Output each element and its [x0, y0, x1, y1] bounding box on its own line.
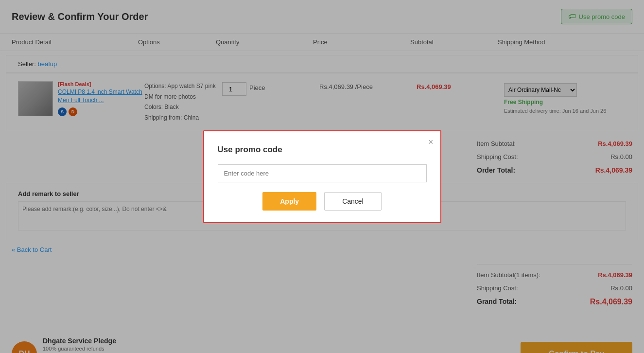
promo-code-modal: Use promo code × Apply Cancel — [203, 130, 441, 223]
cancel-button[interactable]: Cancel — [324, 192, 382, 211]
promo-code-input[interactable] — [218, 164, 427, 182]
modal-buttons: Apply Cancel — [218, 192, 427, 211]
modal-overlay[interactable]: Use promo code × Apply Cancel — [0, 0, 644, 353]
modal-close-button[interactable]: × — [428, 137, 434, 147]
page-wrapper: Review & Confirm Your Order 🏷 Use promo … — [0, 0, 644, 353]
modal-title: Use promo code — [218, 145, 427, 155]
apply-button[interactable]: Apply — [262, 192, 316, 211]
